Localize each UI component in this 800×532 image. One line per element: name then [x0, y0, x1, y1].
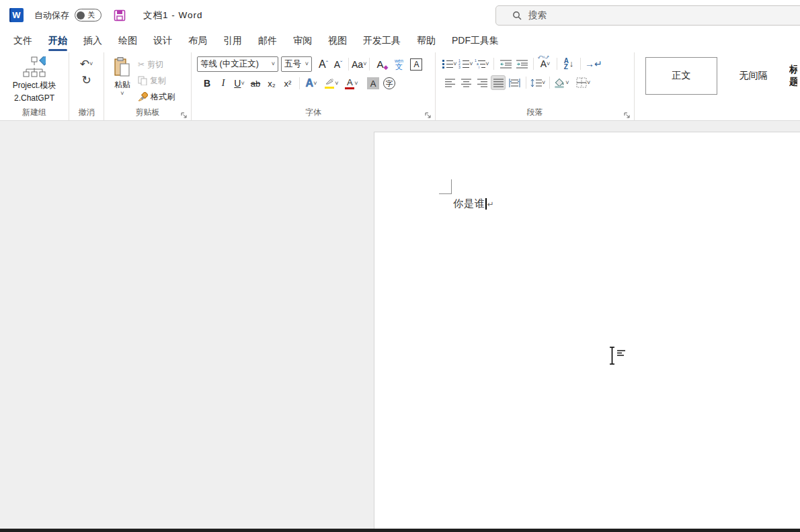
- divider: [493, 58, 494, 70]
- clipboard-dialog-launcher[interactable]: [180, 109, 188, 118]
- shading-caret-icon: ˅: [565, 80, 569, 86]
- paragraph-dialog-launcher[interactable]: [623, 109, 631, 118]
- highlight-button[interactable]: ˅: [324, 76, 339, 91]
- search-input[interactable]: 搜索: [495, 5, 800, 26]
- bold-icon: B: [204, 78, 210, 89]
- shrink-mark-icon: ˇ: [340, 60, 342, 68]
- grow-font-button[interactable]: Aˆ: [316, 57, 331, 72]
- asian-layout-caret-icon: ˅: [547, 61, 550, 67]
- asian-layout-icon: A ⤺ ⤻: [541, 58, 547, 69]
- italic-button[interactable]: I: [216, 76, 231, 91]
- bold-button[interactable]: B: [200, 76, 214, 91]
- numbered-list-button[interactable]: 1 2 3 ˅: [458, 56, 473, 71]
- document-text: 你是谁: [453, 197, 485, 210]
- font-dialog-launcher[interactable]: [424, 109, 432, 118]
- shading-button[interactable]: ˅: [554, 75, 569, 90]
- character-border-icon: A: [410, 58, 422, 71]
- show-formatting-marks-button[interactable]: →↵: [585, 56, 602, 71]
- save-button[interactable]: [111, 7, 128, 24]
- style-no-spacing[interactable]: 无间隔: [717, 57, 789, 95]
- paste-clipboard-icon: [113, 56, 132, 78]
- tab-view[interactable]: 视图: [320, 31, 355, 52]
- shading-bucket-icon: [554, 78, 565, 88]
- distribute-text-button[interactable]: [507, 75, 522, 90]
- group-label-undo: 撤消: [69, 107, 104, 118]
- document-page[interactable]: 你是谁 ↵: [374, 132, 800, 532]
- change-case-caret-icon: ˅: [363, 61, 366, 67]
- redo-button[interactable]: ↻: [79, 73, 94, 87]
- tab-help[interactable]: 帮助: [409, 31, 444, 52]
- tab-design[interactable]: 设计: [145, 31, 180, 52]
- phonetic-guide-button[interactable]: wén 文: [391, 57, 406, 72]
- clear-formatting-button[interactable]: A◆: [372, 57, 387, 72]
- bullet-list-icon: [442, 59, 453, 69]
- enclose-characters-button[interactable]: 字: [382, 76, 397, 91]
- word-app-window: W 自动保存 关 文档1 - Word 搜索 文件: [0, 0, 800, 532]
- tab-file[interactable]: 文件: [5, 31, 40, 52]
- asian-layout-button[interactable]: A ⤺ ⤻ ˅: [538, 56, 553, 71]
- paste-button[interactable]: 粘贴 ˅: [107, 56, 138, 105]
- tab-home[interactable]: 开始: [40, 31, 75, 52]
- font-color-caret-icon: ˅: [354, 81, 358, 87]
- group-label-clipboard: 剪贴板: [104, 107, 191, 118]
- character-border-button[interactable]: A: [409, 57, 424, 72]
- style-heading-partial[interactable]: 标题: [789, 57, 797, 95]
- font-row-2: B I U ˅ ab x₂ x² A ˅: [194, 76, 432, 91]
- change-case-button[interactable]: Aa ˅: [352, 57, 366, 72]
- divider: [580, 58, 581, 70]
- font-size-caret-icon: ˅: [305, 61, 309, 67]
- character-shading-button[interactable]: A: [366, 76, 381, 91]
- bullet-list-button[interactable]: ˅: [442, 56, 457, 71]
- tab-layout[interactable]: 布局: [180, 31, 215, 52]
- sort-button[interactable]: AZ ↓: [561, 56, 576, 71]
- character-shading-icon: A: [367, 77, 379, 89]
- undo-button[interactable]: ↶ ˅: [79, 56, 94, 71]
- sort-icon: AZ ↓: [564, 58, 574, 70]
- group-label-paragraph: 段落: [436, 107, 634, 118]
- increase-indent-button[interactable]: [514, 56, 529, 71]
- font-name-select[interactable]: 等线 (中文正文) ˅: [197, 56, 278, 72]
- superscript-button[interactable]: x²: [280, 76, 295, 91]
- document-text-line[interactable]: 你是谁 ↵: [453, 197, 494, 210]
- grow-mark-icon: ˆ: [326, 60, 328, 68]
- tab-insert[interactable]: 插入: [75, 31, 110, 52]
- tab-draw[interactable]: 绘图: [110, 31, 145, 52]
- tab-review[interactable]: 审阅: [285, 31, 320, 52]
- shrink-font-button[interactable]: Aˇ: [331, 57, 346, 72]
- autosave-toggle[interactable]: 关: [75, 9, 102, 21]
- align-center-button[interactable]: [458, 75, 473, 90]
- paste-dropdown-caret-icon[interactable]: ˅: [120, 91, 124, 97]
- tab-mailings[interactable]: 邮件: [250, 31, 285, 52]
- align-center-icon: [461, 79, 471, 87]
- font-color-bar: [345, 87, 354, 89]
- subscript-button[interactable]: x₂: [264, 76, 279, 91]
- numbered-list-caret-icon: ˅: [469, 61, 473, 67]
- format-painter-button[interactable]: 格式刷: [138, 90, 175, 103]
- copy-label: 复制: [150, 75, 166, 87]
- toggle-knob-icon: [77, 11, 85, 19]
- undo-dropdown-caret-icon[interactable]: ˅: [89, 61, 93, 67]
- underline-button[interactable]: U ˅: [232, 76, 247, 91]
- tab-references[interactable]: 引用: [215, 31, 250, 52]
- decrease-indent-button[interactable]: [498, 56, 513, 71]
- font-color-button[interactable]: A ˅: [344, 76, 359, 91]
- cut-button: ✂ 剪切: [138, 58, 175, 71]
- multilevel-list-icon: 1 a i: [475, 59, 485, 69]
- borders-grid-icon: [576, 77, 587, 88]
- align-right-button[interactable]: [475, 75, 489, 90]
- font-size-select[interactable]: 五号 ˅: [281, 56, 312, 72]
- text-effects-button[interactable]: A ˅: [304, 76, 319, 91]
- strikethrough-button[interactable]: ab: [248, 76, 263, 91]
- justify-button[interactable]: [491, 75, 506, 90]
- tab-developer[interactable]: 开发工具: [355, 31, 409, 52]
- borders-button[interactable]: ˅: [576, 75, 591, 90]
- line-spacing-button[interactable]: ˅: [530, 75, 545, 90]
- align-left-button[interactable]: [442, 75, 457, 90]
- word-app-icon[interactable]: W: [9, 8, 24, 22]
- macro-project-button[interactable]: Project.模块 2.ChatGPT: [13, 56, 56, 103]
- divider: [369, 58, 370, 71]
- style-normal[interactable]: 正文: [645, 57, 717, 95]
- multilevel-list-button[interactable]: 1 a i ˅: [475, 56, 489, 71]
- ribbon-group-font: 等线 (中文正文) ˅ 五号 ˅ Aˆ Aˇ Aa ˅: [192, 52, 436, 120]
- tab-pdf-tools[interactable]: PDF工具集: [444, 31, 507, 52]
